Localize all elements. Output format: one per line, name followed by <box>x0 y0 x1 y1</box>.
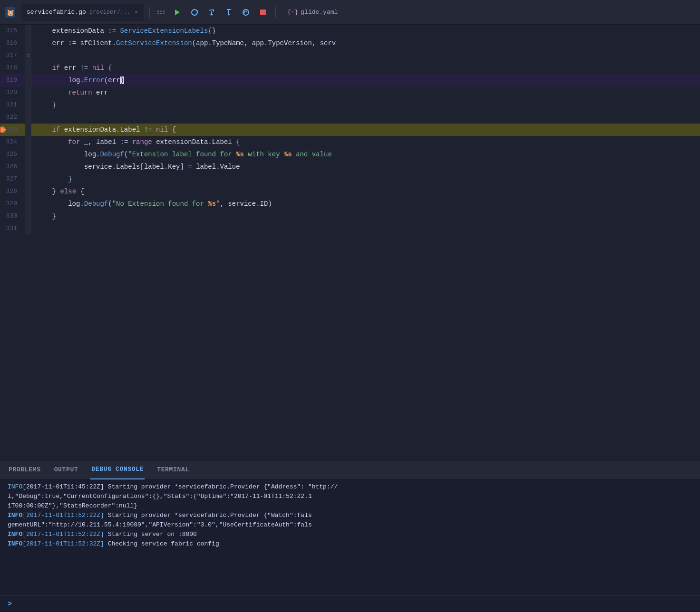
drag-dot <box>160 13 162 14</box>
console-line-3: 1T00:00:00Z"},"StatsRecorder":null} <box>0 501 700 511</box>
svg-text:🐹: 🐹 <box>7 9 15 17</box>
line-content-319: log.Error(err) <box>31 74 700 86</box>
code-line-316: 316 err := sfClient.GetServiceExtension(… <box>0 37 700 49</box>
svg-marker-2 <box>175 10 180 15</box>
timestamp-6: [2017-11-01T11:52:22Z] <box>22 531 104 538</box>
play-icon <box>174 9 181 16</box>
line-content-330: } <box>31 210 700 222</box>
line-number-326: 326 <box>0 161 25 173</box>
line-number-330: 330 <box>0 210 25 222</box>
line-number-319: 319 <box>0 74 25 86</box>
drag-handle[interactable] <box>157 10 165 14</box>
console-input[interactable] <box>16 601 692 608</box>
step-into-icon <box>225 9 233 16</box>
line-number-317: 317 <box>0 49 25 62</box>
line-content-322 <box>31 111 700 124</box>
line-number-318: 318 <box>0 62 25 74</box>
line-content-320: return err <box>31 86 700 99</box>
tab-output[interactable]: OUTPUT <box>53 460 79 479</box>
gutter-325 <box>25 148 31 161</box>
info-label-6: INFO <box>8 531 22 538</box>
line-content-325: log.Debugf("Extension label found for %s… <box>31 148 700 161</box>
line-content-323: if extensionData.Label != nil { <box>31 124 700 136</box>
console-text-2: l,"Debug":true,"CurrentConfigurations":{… <box>8 493 312 500</box>
code-line-322: 322 <box>0 111 700 124</box>
code-editor: 315 extensionData := ServiceExtensionLab… <box>0 25 700 460</box>
step-over-button[interactable] <box>205 6 218 19</box>
tab-glide-yaml[interactable]: {·} glide.yaml <box>282 4 343 21</box>
step-over-icon <box>208 9 215 16</box>
drag-dot <box>157 13 159 14</box>
info-label-4: INFO <box>8 512 22 519</box>
bottom-panel: PROBLEMS OUTPUT DEBUG CONSOLE TERMINAL I… <box>0 460 700 612</box>
drag-dot <box>163 10 165 12</box>
line-number-325: 325 <box>0 148 25 161</box>
code-line-329: 329 log.Debugf("No Extension found for %… <box>0 198 700 210</box>
console-text-3: 1T00:00:00Z"},"StatsRecorder":null} <box>8 502 137 509</box>
code-line-321: 321 } <box>0 99 700 111</box>
code-line-328: 328 } else { <box>0 185 700 198</box>
code-line-319: 319 · log.Error(err) <box>0 74 700 86</box>
tab-problems[interactable]: PROBLEMS <box>8 460 42 479</box>
line-number-323: 323 <box>0 124 25 136</box>
console-line-5: gementURL":"http://10.211.55.4:19080","A… <box>0 520 700 530</box>
gutter-320 <box>25 86 31 99</box>
console-prompt-icon: > <box>8 600 12 608</box>
gutter-317: c <box>25 49 31 62</box>
tab-debug-console[interactable]: DEBUG CONSOLE <box>90 460 145 479</box>
tab-servicefabric-go[interactable]: servicefabric.go provider/... ✕ <box>21 4 144 21</box>
drag-dot <box>157 10 159 12</box>
console-text-7: Checking service fabric config <box>104 540 219 547</box>
code-line-325: 325 log.Debugf("Extension label found fo… <box>0 148 700 161</box>
info-label-7: INFO <box>8 540 22 547</box>
app-icon: 🐹 <box>5 7 15 18</box>
console-line-7: INFO[2017-11-01T11:52:32Z] Checking serv… <box>0 539 700 549</box>
console-line-1: INFO[2017-11-01T11:45:22Z] Starting prov… <box>0 482 700 492</box>
line-number-331: 331 <box>0 222 25 235</box>
tab-close-btn[interactable]: ✕ <box>135 9 138 15</box>
code-line-330: 330 } <box>0 210 700 222</box>
tab-glide-icon: {·} <box>287 9 298 16</box>
gutter-315 <box>25 25 31 37</box>
line-number-328: 328 <box>0 185 25 198</box>
line-content-324: for _, label := range extensionData.Labe… <box>31 136 700 148</box>
step-out-icon <box>242 9 250 16</box>
line-content-329: log.Debugf("No Extension found for %s", … <box>31 198 700 210</box>
console-input-bar: > <box>0 595 700 612</box>
console-text-5: gementURL":"http://10.211.55.4:19080","A… <box>8 521 312 528</box>
console-line-2: l,"Debug":true,"CurrentConfigurations":{… <box>0 492 700 501</box>
step-into-button[interactable] <box>222 6 235 19</box>
line-number-329: 329 <box>0 198 25 210</box>
step-out-button[interactable] <box>239 6 253 19</box>
code-line-326: 326 service.Labels[label.Key] = label.Va… <box>0 161 700 173</box>
console-output: INFO[2017-11-01T11:45:22Z] Starting prov… <box>0 479 700 595</box>
drag-dot <box>160 10 162 12</box>
stop-icon <box>260 9 266 16</box>
line-content-321: } <box>31 99 700 111</box>
panel-tab-bar: PROBLEMS OUTPUT DEBUG CONSOLE TERMINAL <box>0 460 700 479</box>
svg-marker-8 <box>227 14 230 16</box>
play-button[interactable] <box>171 6 184 19</box>
gutter-324 <box>25 136 31 148</box>
line-number-327: 327 <box>0 173 25 185</box>
code-line-315: 315 extensionData := ServiceExtensionLab… <box>0 25 700 37</box>
line-number-315: 315 <box>0 25 25 37</box>
toolbar-separator-1 <box>149 7 150 18</box>
reload-button[interactable] <box>188 6 201 19</box>
stop-button[interactable] <box>256 6 270 19</box>
tab-terminal[interactable]: TERMINAL <box>156 460 190 479</box>
code-line-331: 331 <box>0 222 700 235</box>
tab-filename: servicefabric.go <box>27 9 86 16</box>
code-line-327: 327 } <box>0 173 700 185</box>
console-text-4: Starting provider *servicefabric.Provide… <box>104 512 312 519</box>
tab-glide-label: glide.yaml <box>301 9 338 16</box>
gutter-319: · <box>25 74 31 86</box>
line-content-327: } <box>31 173 700 185</box>
line-number-320: 320 <box>0 86 25 99</box>
svg-rect-12 <box>260 10 266 15</box>
code-line-320: 320 return err <box>0 86 700 99</box>
line-number-321: 321 <box>0 99 25 111</box>
gutter-318 <box>25 62 31 74</box>
console-text-6: Starting server on :8000 <box>104 531 197 538</box>
gutter-323 <box>25 124 31 136</box>
